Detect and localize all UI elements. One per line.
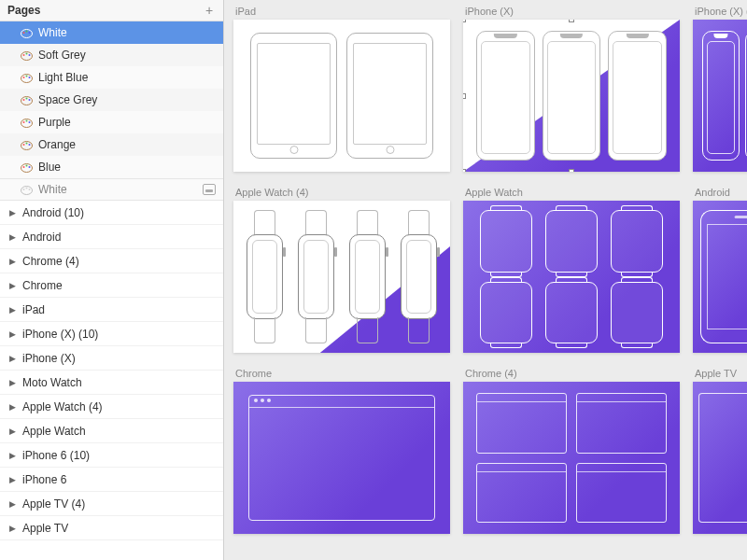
disclosure-icon[interactable]: ▶ [9, 232, 17, 242]
layer-item[interactable]: ▶iPhone 6 [0, 468, 223, 492]
artboard-apple-watch[interactable]: Apple Watch [463, 187, 680, 353]
svg-point-19 [29, 121, 31, 123]
page-item-light-blue[interactable]: Light Blue [0, 66, 223, 89]
iphone-mockups [702, 31, 747, 161]
page-item-blue[interactable]: Blue [0, 156, 223, 178]
svg-point-27 [29, 166, 31, 168]
svg-point-30 [26, 188, 28, 189]
watch-icon [545, 282, 598, 344]
iphonex-icon [476, 31, 535, 161]
page-item-white[interactable]: White [0, 21, 223, 44]
disclosure-icon[interactable]: ▶ [9, 427, 17, 436]
svg-point-18 [26, 120, 28, 122]
layer-label: Chrome [22, 279, 63, 292]
layers-section-header[interactable]: White [0, 178, 223, 201]
disclosure-icon[interactable]: ▶ [9, 354, 17, 363]
watch-mockups [241, 210, 443, 343]
page-item-purple[interactable]: Purple [0, 111, 223, 133]
disclosure-icon[interactable]: ▶ [9, 499, 17, 509]
palette-icon [21, 162, 33, 172]
watch-icon [480, 282, 532, 344]
layer-item[interactable]: ▶Chrome (4) [0, 249, 223, 273]
artboard-body[interactable] [693, 20, 747, 172]
svg-point-13 [23, 99, 25, 101]
layer-item[interactable]: ▶Android (10) [0, 201, 223, 225]
watch-icon [611, 210, 663, 273]
artboard-iphone-x[interactable]: iPhone (X) [463, 6, 680, 172]
watch-icon [480, 210, 532, 273]
iphonex-icon [543, 31, 601, 161]
layer-item[interactable]: ▶Chrome [0, 273, 223, 298]
disclosure-icon[interactable]: ▶ [9, 378, 17, 387]
artboard-body[interactable] [233, 201, 450, 353]
disclosure-icon[interactable]: ▶ [9, 402, 17, 412]
layer-label: Apple TV [22, 522, 68, 535]
artboard-body[interactable] [463, 201, 680, 353]
page-label: Space Grey [38, 93, 97, 106]
disclosure-icon[interactable]: ▶ [9, 451, 17, 460]
svg-point-25 [23, 166, 25, 168]
palette-icon [21, 95, 33, 105]
layer-item[interactable]: ▶iPhone 6 (10) [0, 443, 223, 468]
artboard-body[interactable] [693, 201, 747, 353]
layer-item[interactable]: ▶Apple Watch (4) [0, 395, 223, 419]
artboard-android[interactable]: Android [693, 187, 747, 353]
layer-item[interactable]: ▶Moto Watch [0, 371, 223, 395]
disclosure-icon[interactable]: ▶ [9, 208, 17, 217]
disclosure-icon[interactable]: ▶ [9, 281, 17, 290]
artboard-title: Chrome [233, 368, 450, 379]
svg-point-7 [29, 54, 31, 56]
svg-point-6 [26, 53, 28, 55]
artboard-title: Chrome (4) [463, 368, 680, 379]
layers-preview-icon[interactable] [203, 184, 216, 195]
layer-item[interactable]: ▶Apple TV [0, 516, 223, 540]
sidebar: Pages + White Soft Grey Light Blue Space… [0, 0, 224, 560]
layer-item[interactable]: ▶Android [0, 225, 223, 249]
iphonex-icon [702, 31, 740, 161]
page-item-orange[interactable]: Orange [0, 133, 223, 156]
page-label: Light Blue [38, 71, 88, 84]
disclosure-icon[interactable]: ▶ [9, 475, 17, 484]
canvas[interactable]: iPad iPhone (X) [224, 0, 747, 560]
disclosure-icon[interactable]: ▶ [9, 329, 17, 339]
watch-icon [395, 210, 443, 343]
artboard-apple-watch-4[interactable]: Apple Watch (4) [233, 187, 450, 353]
page-item-space-grey[interactable]: Space Grey [0, 89, 223, 111]
chrome-window-icon [576, 393, 667, 454]
artboard-title: Android [693, 187, 747, 198]
layer-item[interactable]: ▶Apple Watch [0, 419, 223, 443]
disclosure-icon[interactable]: ▶ [9, 305, 17, 315]
iphone-mockups [476, 31, 667, 161]
chrome-window-icon [476, 463, 567, 524]
layer-label: Apple Watch [22, 425, 86, 438]
add-page-icon[interactable]: + [203, 4, 216, 17]
svg-point-22 [26, 143, 28, 145]
palette-icon [21, 28, 33, 37]
ipad-mockups [250, 33, 433, 159]
artboard-body[interactable] [693, 382, 747, 534]
artboard-apple-tv[interactable]: Apple TV [693, 368, 747, 534]
layer-item[interactable]: ▶Apple TV (4) [0, 492, 223, 516]
layer-item[interactable]: ▶iPhone (X) [0, 346, 223, 371]
layer-label: Apple TV (4) [22, 497, 85, 511]
artboard-iphone-x-partial[interactable]: iPhone (X) ( [693, 6, 747, 172]
page-item-soft-grey[interactable]: Soft Grey [0, 44, 223, 66]
artboard-body[interactable] [233, 20, 450, 172]
artboard-body[interactable] [463, 20, 680, 172]
svg-point-10 [26, 76, 28, 77]
layer-list[interactable]: ▶Android (10) ▶Android ▶Chrome (4) ▶Chro… [0, 201, 223, 560]
artboard-chrome-4[interactable]: Chrome (4) [463, 368, 680, 534]
artboard-title: Apple Watch (4) [233, 187, 450, 198]
artboard-body[interactable] [233, 382, 450, 534]
artboard-body[interactable] [463, 382, 680, 534]
layer-item[interactable]: ▶iPhone (X) (10) [0, 322, 223, 346]
disclosure-icon[interactable]: ▶ [9, 524, 17, 533]
layer-item[interactable]: ▶iPad [0, 298, 223, 322]
svg-point-21 [23, 144, 25, 146]
disclosure-icon[interactable]: ▶ [9, 257, 17, 266]
artboard-chrome[interactable]: Chrome [233, 368, 450, 534]
artboard-title: Apple Watch [463, 187, 680, 198]
pages-title: Pages [7, 4, 40, 17]
artboard-ipad[interactable]: iPad [233, 6, 450, 172]
watch-icon [545, 210, 598, 273]
